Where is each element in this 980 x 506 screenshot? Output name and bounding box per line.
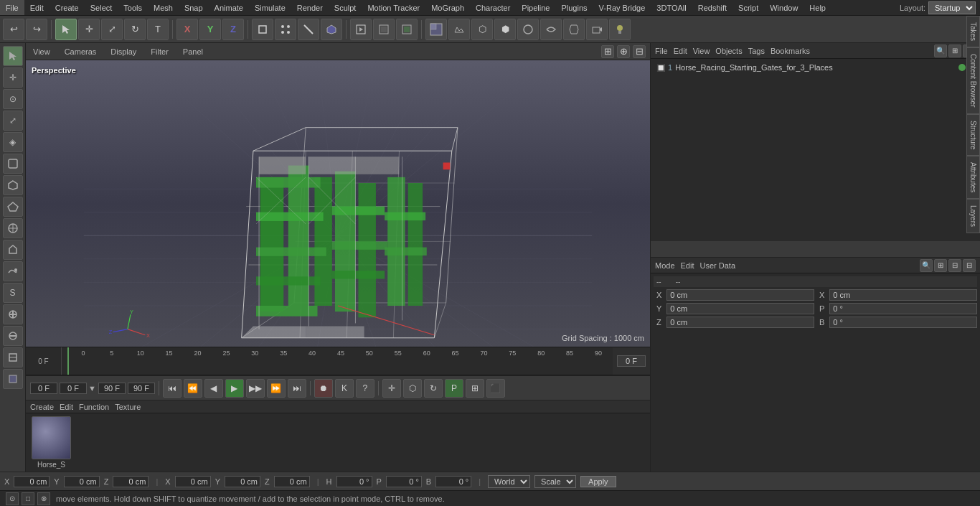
- status-icon-1[interactable]: ⊙: [6, 492, 19, 505]
- viewport-3d[interactable]: Perspective: [26, 60, 650, 347]
- coord-y-input[interactable]: [64, 476, 100, 487]
- transport-play-button[interactable]: ▶: [225, 379, 244, 398]
- attr-size-x-input[interactable]: [829, 289, 977, 301]
- menu-sculpt[interactable]: Sculpt: [329, 0, 362, 15]
- layout-dropdown[interactable]: Startup: [928, 1, 976, 14]
- material-menu-function[interactable]: Function: [79, 403, 109, 411]
- menu-3dtoall[interactable]: 3DTOAll: [651, 0, 692, 15]
- coord-apply-button[interactable]: Apply: [580, 476, 616, 487]
- left-tool-10[interactable]: [3, 261, 23, 281]
- coord-b-input[interactable]: [435, 476, 471, 487]
- edge-tab-attributes[interactable]: Attributes: [966, 156, 980, 199]
- transport-extra-2[interactable]: ⬡: [403, 379, 422, 398]
- menu-pipeline[interactable]: Pipeline: [516, 0, 555, 15]
- coord-world-dropdown[interactable]: World: [488, 475, 530, 488]
- obj-menu-view[interactable]: View: [693, 47, 710, 55]
- material-item[interactable]: Horse_S: [32, 416, 71, 469]
- menu-simulate[interactable]: Simulate: [249, 0, 291, 15]
- obj-search-icon[interactable]: 🔍: [934, 44, 947, 57]
- menu-plugins[interactable]: Plugins: [555, 0, 593, 15]
- left-tool-14[interactable]: [3, 347, 23, 367]
- obj-menu-edit[interactable]: Edit: [674, 47, 687, 55]
- edge-mode-button[interactable]: [298, 19, 319, 40]
- left-tool-11[interactable]: S: [3, 283, 23, 303]
- render-view-button[interactable]: [350, 19, 372, 40]
- rotate-tool-button[interactable]: ↻: [124, 19, 146, 40]
- coord-x2-input[interactable]: [175, 476, 211, 487]
- nav-shape-button[interactable]: [517, 19, 539, 40]
- left-tool-8[interactable]: [3, 218, 23, 238]
- nav-array-button[interactable]: ⬢: [494, 19, 516, 40]
- frame-input[interactable]: [617, 355, 646, 367]
- redo-button[interactable]: ↪: [26, 19, 47, 40]
- nav-group-button[interactable]: ⬡: [471, 19, 493, 40]
- nav-nurbs-button[interactable]: [540, 19, 562, 40]
- status-icon-2[interactable]: □: [22, 492, 34, 505]
- coord-scale-dropdown[interactable]: Scale: [534, 475, 576, 488]
- menu-mograph[interactable]: MoGraph: [425, 0, 470, 15]
- status-icon-3[interactable]: ⊗: [37, 492, 50, 505]
- object-mode-button[interactable]: [252, 19, 273, 40]
- transport-extra-1[interactable]: ✛: [382, 379, 401, 398]
- timeline[interactable]: 0 F 0 5 10 15 20 25 30 35 40 45 50: [26, 347, 650, 375]
- coord-y2-input[interactable]: [225, 476, 260, 487]
- attr-rot-p-input[interactable]: [829, 303, 977, 314]
- transport-record-button[interactable]: ⏺: [314, 379, 333, 398]
- menu-create[interactable]: Create: [50, 0, 85, 15]
- interactive-render-button[interactable]: [373, 19, 395, 40]
- menu-redshift[interactable]: Redshift: [692, 0, 732, 15]
- nav-camera-button[interactable]: [586, 19, 608, 40]
- menu-mesh[interactable]: Mesh: [148, 0, 179, 15]
- left-tool-3[interactable]: ⤢: [3, 111, 23, 131]
- left-tool-15[interactable]: [3, 369, 23, 389]
- nav-edit-button[interactable]: [448, 19, 470, 40]
- menu-select[interactable]: Select: [85, 0, 118, 15]
- left-tool-4[interactable]: ◈: [3, 132, 23, 152]
- menu-help[interactable]: Help: [804, 0, 831, 15]
- transport-end-input-2[interactable]: [128, 383, 155, 394]
- coord-z-input[interactable]: [113, 476, 149, 487]
- transport-end-input-1[interactable]: [98, 383, 126, 394]
- attr-icon-4[interactable]: ⊟: [963, 259, 976, 272]
- transport-extra-4[interactable]: P: [445, 379, 463, 398]
- transform-tool-button[interactable]: T: [147, 19, 169, 40]
- viewport-icon-2[interactable]: ⊕: [617, 45, 630, 58]
- left-tool-13[interactable]: [3, 326, 23, 346]
- menu-file[interactable]: File: [0, 0, 24, 15]
- transport-help-button[interactable]: ?: [356, 379, 374, 398]
- left-tool-12[interactable]: [3, 304, 23, 324]
- left-tool-6[interactable]: [3, 175, 23, 195]
- transport-start-input[interactable]: [30, 383, 57, 394]
- attr-icon-2[interactable]: ⊞: [934, 259, 947, 272]
- z-axis-button[interactable]: Z: [222, 19, 244, 40]
- left-tool-5[interactable]: [3, 154, 23, 174]
- viewport-menu-view[interactable]: View: [30, 47, 53, 56]
- menu-vray[interactable]: V-Ray Bridge: [593, 0, 651, 15]
- menu-render[interactable]: Render: [291, 0, 329, 15]
- edge-tab-takes[interactable]: Takes: [966, 16, 980, 47]
- select-tool-button[interactable]: [55, 19, 77, 40]
- attr-pos-y-input[interactable]: [666, 303, 814, 314]
- coord-x-input[interactable]: [14, 476, 50, 487]
- obj-expand-icon[interactable]: 1: [668, 63, 672, 72]
- edge-tab-content-browser[interactable]: Content Browser: [966, 47, 980, 113]
- transport-next-button[interactable]: ▶▶: [246, 379, 265, 398]
- left-tool-1[interactable]: ✛: [3, 67, 23, 88]
- poly-mode-button[interactable]: [321, 19, 342, 40]
- x-axis-button[interactable]: X: [176, 19, 198, 40]
- y-axis-button[interactable]: Y: [199, 19, 221, 40]
- move-tool-button[interactable]: ✛: [78, 19, 100, 40]
- material-swatch[interactable]: [32, 416, 71, 459]
- attr-menu-user-data[interactable]: User Data: [700, 261, 736, 270]
- transport-field-arrow-down[interactable]: ▼: [88, 384, 96, 393]
- material-menu-texture[interactable]: Texture: [115, 403, 141, 411]
- render-settings-button[interactable]: [396, 19, 418, 40]
- coord-p-input[interactable]: [386, 476, 422, 487]
- transport-last-button[interactable]: ⏭: [288, 379, 306, 398]
- edge-tab-layers[interactable]: Layers: [966, 199, 980, 233]
- attr-pos-x-input[interactable]: [666, 289, 814, 301]
- obj-menu-tags[interactable]: Tags: [748, 47, 765, 55]
- attr-menu-edit[interactable]: Edit: [681, 261, 694, 270]
- transport-extra-5[interactable]: ⊞: [466, 379, 484, 398]
- transport-current-input[interactable]: [60, 383, 87, 394]
